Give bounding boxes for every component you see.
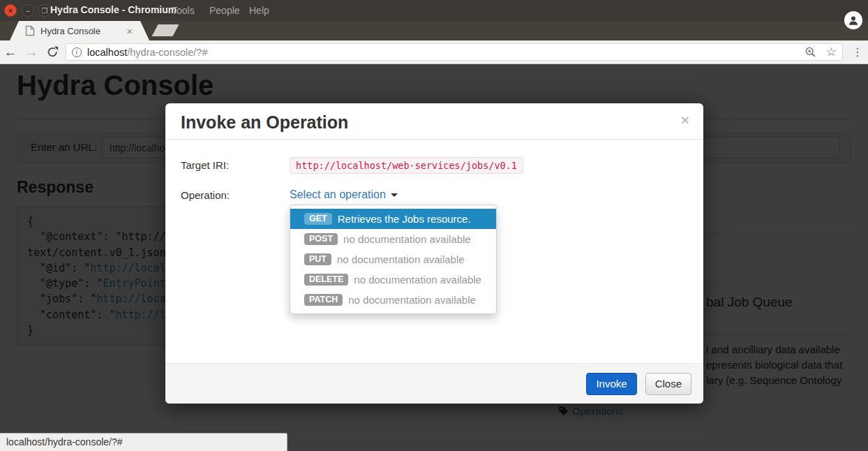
tab-hydra-console[interactable]: Hydra Console × bbox=[10, 21, 149, 40]
browser-toolbar: ← → i localhost /hydra-console/?# ☆ ⋮ bbox=[0, 40, 868, 64]
operation-doc: Retrieves the Jobs resource. bbox=[338, 213, 471, 225]
page-content: Hydra Console Enter an URL: Response { "… bbox=[0, 64, 868, 451]
operation-doc: no documentation available bbox=[343, 233, 471, 245]
method-badge: DELETE bbox=[304, 274, 348, 286]
tab-close-icon[interactable]: × bbox=[125, 26, 134, 36]
menu-help[interactable]: Help bbox=[249, 5, 269, 16]
page-info-icon[interactable]: i bbox=[72, 47, 82, 57]
zoom-icon[interactable] bbox=[805, 46, 816, 58]
tab-title: Hydra Console bbox=[40, 26, 125, 36]
operation-option-delete[interactable]: DELETE no documentation available bbox=[290, 269, 496, 290]
window-close-button[interactable]: × bbox=[4, 4, 17, 17]
invoke-button[interactable]: Invoke bbox=[586, 373, 636, 395]
url-path: /hydra-console/?# bbox=[127, 47, 207, 58]
operation-option-get[interactable]: GET Retrieves the Jobs resource. bbox=[290, 209, 496, 229]
url-host: localhost bbox=[87, 47, 127, 58]
operation-label: Operation: bbox=[181, 189, 230, 201]
window-title: Hydra Console - Chromium bbox=[50, 4, 177, 15]
operation-option-put[interactable]: PUT no documentation available bbox=[290, 249, 496, 269]
close-button[interactable]: Close bbox=[645, 373, 691, 395]
operation-doc: no documentation available bbox=[354, 274, 481, 286]
dialog-title: Invoke an Operation bbox=[181, 112, 348, 133]
dialog-footer: Invoke Close bbox=[165, 363, 703, 404]
operation-option-post[interactable]: POST no documentation available bbox=[290, 229, 496, 249]
window-titlebar: × – ❒ Hydra Console - Chromium Tools Peo… bbox=[0, 0, 868, 21]
bookmark-star-icon[interactable]: ☆ bbox=[826, 45, 837, 59]
dialog-close-icon[interactable]: × bbox=[681, 112, 689, 128]
method-badge: PUT bbox=[304, 253, 331, 265]
chevron-down-icon bbox=[391, 193, 398, 197]
method-badge: PATCH bbox=[304, 294, 343, 306]
page-favicon-icon bbox=[25, 25, 35, 36]
invoke-operation-dialog: Invoke an Operation × Target IRI: http:/… bbox=[165, 103, 703, 404]
operation-dropdown: GET Retrieves the Jobs resource. POST no… bbox=[290, 205, 497, 314]
method-badge: GET bbox=[304, 213, 332, 225]
operation-option-patch[interactable]: PATCH no documentation available bbox=[290, 290, 496, 310]
browser-menu-icon[interactable]: ⋮ bbox=[847, 45, 868, 59]
operation-doc: no documentation available bbox=[337, 253, 465, 265]
forward-button-icon[interactable]: → bbox=[21, 45, 42, 59]
operation-doc: no documentation available bbox=[348, 294, 476, 306]
window-minimize-button[interactable]: – bbox=[22, 4, 34, 17]
profile-avatar-icon[interactable] bbox=[844, 11, 862, 29]
address-bar[interactable]: i localhost /hydra-console/?# ☆ bbox=[66, 43, 843, 61]
dialog-body: Target IRI: http://localhost/web-service… bbox=[165, 140, 703, 363]
window-maximize-button[interactable]: ❒ bbox=[38, 4, 51, 17]
browser-window: × – ❒ Hydra Console - Chromium Tools Peo… bbox=[0, 0, 868, 451]
dialog-header: Invoke an Operation × bbox=[165, 103, 703, 140]
status-bar: localhost/hydra-console/?# bbox=[0, 433, 287, 451]
operation-select-toggle[interactable]: Select an operation bbox=[290, 188, 398, 201]
target-iri-value: http://localhost/web-services/jobs/v0.1 bbox=[290, 157, 523, 174]
target-iri-label: Target IRI: bbox=[181, 159, 229, 171]
reload-button-icon[interactable] bbox=[42, 46, 63, 58]
method-badge: POST bbox=[304, 233, 338, 245]
menu-tools[interactable]: Tools bbox=[172, 5, 195, 16]
new-tab-button[interactable] bbox=[151, 24, 179, 36]
menu-people[interactable]: People bbox=[209, 5, 240, 16]
tab-strip: Hydra Console × bbox=[0, 21, 868, 40]
back-button-icon[interactable]: ← bbox=[0, 45, 21, 59]
